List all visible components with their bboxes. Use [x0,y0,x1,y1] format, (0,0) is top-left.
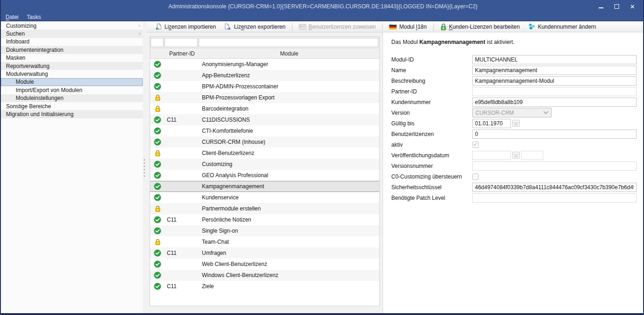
partner-id-cell: C11 [165,250,199,256]
table-row-umfragen[interactable]: C11Umfragen [150,247,379,259]
assign-user-licenses-button: Benutzerlizenzen zuweisen [295,23,379,31]
table-row-anonymisierungs-manager[interactable]: Anonymisierungs-Manager [150,59,379,70]
sidebar-item-label: Moduleinstellungen [16,95,63,101]
import-license-icon [155,23,162,31]
sidebar-item-sonstige-bereiche[interactable]: Sonstige Bereiche [1,102,143,110]
module-status-text: Das Modul Kampagnenmanagement ist aktivi… [391,39,637,45]
benoetigte-patch-level-field-input[interactable] [472,193,637,203]
module-name-cell: Kundenservice [199,194,379,201]
gueltig-bis-field-input[interactable] [472,119,511,128]
sidebar-item-suchen[interactable]: Suchen› [1,30,143,37]
module-filter-input[interactable] [199,38,378,47]
status-cell [150,260,165,268]
locked-lock-icon [155,205,161,212]
toolbar-button-label: Lizenzen exportieren [234,24,285,30]
table-row-c11discussions[interactable]: C11C11DISCUSSIONS [150,114,379,125]
sidebar-item-modulverwaltung[interactable]: Modulverwaltung [1,70,143,78]
chevron-left-icon[interactable]: ‹ [139,23,140,28]
table-row-cursor-crm-inhouse-[interactable]: CURSOR-CRM (Inhouse) [150,136,379,148]
sidebar-item-dokumentenintegration[interactable]: Dokumentenintegration [1,46,143,54]
table-row-partnermodule-erstellen[interactable]: Partnermodule erstellen [150,203,379,214]
splitter-handle-icon [144,159,145,177]
sidebar-item-label: Modulverwaltung [6,71,48,77]
edit-customer-licenses-button[interactable]: Kunden-Lizenzen bearbeiten [437,22,523,31]
table-row-windows-client-benutzerlizenz[interactable]: Windows Client-Benutzerlizenz [150,270,379,281]
table-row-client-benutzerlizenz[interactable]: Client-Benutzerlizenz [150,148,379,159]
table-row-ziele[interactable]: C11Ziele [150,281,379,292]
locked-lock-icon [155,94,161,101]
table-row-bpm-prozessvorlagen-export[interactable]: BPM-Prozessvorlagen Export [150,92,379,103]
sidebar-item-label: Import/Export von Modulen [16,87,82,93]
sidebar-item-label: Dokumentenintegration [6,47,63,53]
status-cell [150,272,165,279]
sidebar-item-module[interactable]: Module [1,78,143,86]
table-row-app-benutzerlizenz[interactable]: App-Benutzerlizenz [150,70,379,81]
table-row-cti-komforttelefonie[interactable]: CTI-Komforttelefonie [150,125,379,136]
kundennummer-field-input[interactable] [472,98,637,107]
sicherheitsschluessel-field-input[interactable] [472,183,637,192]
table-body: Anonymisierungs-ManagerApp-Benutzerlizen… [150,59,379,292]
module-name-cell: Barcodeintegration [199,105,379,112]
table-row-single-sign-on[interactable]: Single Sign-on [150,225,379,236]
beschreibung-field-input[interactable] [472,76,637,86]
table-row-barcodeintegration[interactable]: Barcodeintegration [150,103,379,114]
table-row-web-client-benutzerlizenz[interactable]: Web Client-Benutzerlizenz [150,259,379,270]
table-filter-row [150,37,379,49]
close-button[interactable]: ✕ [626,1,639,12]
menu-tasks[interactable]: Tasks [27,14,41,20]
name-field-input[interactable] [472,66,637,75]
sidebar-item-moduleinstellungen[interactable]: Moduleinstellungen [1,94,143,102]
active-check-icon [154,194,161,201]
c0-customizing-checkbox[interactable] [472,173,479,180]
export-licenses-button[interactable]: Lizenzen exportieren [220,22,289,31]
active-check-icon [154,183,161,190]
maximize-button[interactable] [610,1,624,12]
versionsnummer-field-label: Versionsnummer [391,163,472,169]
status-cell [150,138,165,146]
module-name-cell: Web Client-Benutzerlizenz [199,261,379,267]
versionsnummer-field-input[interactable] [472,161,637,171]
form-row-benutzerlizenzen-field: Benutzerlizenzen [391,129,637,139]
sidebar-item-infoboard[interactable]: Infoboard [1,38,143,46]
minimize-button[interactable] [594,1,608,12]
locked-lock-icon [155,105,161,112]
table-row-kundenservice[interactable]: Kundenservice [150,192,379,203]
partner-id-filter-input[interactable] [164,38,198,47]
chevron-right-icon[interactable]: › [139,31,140,36]
module-i18n-button[interactable]: Modul I18n [385,23,430,31]
sidebar-splitter[interactable] [143,21,146,313]
partner-id-field-input[interactable] [472,87,637,96]
module-name-cell: Team-Chat [199,239,379,245]
sidebar-item-reportverwaltung[interactable]: Reportverwaltung [1,62,143,70]
modul-id-field-input[interactable] [472,55,637,64]
module-name-cell: BPM-ADMIN-Prozesscontainer [199,83,379,90]
status-cell [150,194,165,201]
sidebar-item-import-export-von-modulen[interactable]: Import/Export von Modulen [1,86,143,94]
table-row-team-chat[interactable]: Team-Chat [150,236,379,247]
sidebar-item-masken[interactable]: Masken [1,54,143,62]
module-column-header[interactable]: Module [199,50,379,57]
table-row-customizing[interactable]: Customizing [150,159,379,170]
partner-id-column-header[interactable]: Partner-ID [165,50,199,57]
sidebar-item-customizing[interactable]: Customizing‹ [1,22,143,30]
status-filter-input[interactable] [151,38,164,47]
module-name-cell: Single Sign-on [199,228,379,234]
active-check-icon [154,172,161,179]
sidebar-item-label: Sonstige Bereiche [6,103,51,110]
table-row-pers-nliche-notizen[interactable]: C11Persönliche Notizen [150,214,379,225]
change-customer-number-button[interactable]: Kundennummer ändern [524,22,600,31]
calendar-icon: 31 [512,152,520,159]
menu-datei[interactable]: Datei [6,14,18,20]
form-row-modul-id-field: Modul-ID [391,54,637,65]
table-row-bpm-admin-prozesscontainer[interactable]: BPM-ADMIN-Prozesscontainer [150,81,379,92]
form-row-version-select: VersionCURSOR-CRM [391,107,637,118]
import-licenses-button[interactable]: Lizenzen importieren [151,22,219,31]
sidebar-item-migration-und-initialisierung[interactable]: Migration und Initialisierung [1,110,143,118]
table-row-geo-analysis-professional[interactable]: GEO Analysis Professional [150,170,379,181]
toolbar-separator [292,23,292,31]
table-row-kampagnenmanagement[interactable]: Kampagnenmanagement [150,181,379,192]
active-check-icon [154,72,161,79]
benutzerlizenzen-field-input[interactable] [472,130,637,139]
sicherheitsschluessel-field-label: Sicherheitsschlüssel [391,184,472,191]
window-controls: ✕ [594,1,643,12]
